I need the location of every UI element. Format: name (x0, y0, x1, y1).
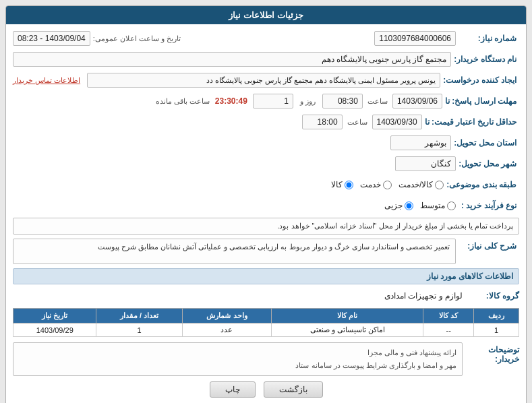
ijad-konande-value: یونس پرویر مسئول ایمنی پالایشگاه دهم مجت… (87, 73, 440, 88)
back-button[interactable]: بازگشت (264, 381, 323, 398)
col-tarikh: تاریخ نیاز (13, 309, 96, 323)
groupe-kala-label: گروه کالا: (465, 291, 519, 301)
items-table: ردیف کد کالا نام کالا واحد شمارش تعداد /… (13, 308, 519, 337)
kalahaSection-header: اطلاعات کالاهای مورد نیاز (13, 268, 519, 284)
radio-khedmat-input[interactable] (383, 181, 392, 189)
col-radif: ردیف (473, 309, 519, 323)
saat-mande-label: ساعت باقی مانده (156, 97, 210, 106)
table-row: 1 -- اماکن تاسیساتی و صنعتی عدد 1 1403/0… (13, 323, 519, 337)
radio-khedmat[interactable]: خدمت (360, 180, 392, 189)
shahr-label: شهر محل تحویل: (459, 159, 519, 168)
haddakasar-label: حداقل تاریخ اعتبار قیمت: تا (425, 117, 519, 127)
radio-kala-khedmat[interactable]: کالا/خدمت (398, 180, 444, 189)
shomare-niaz-label: شماره نیاز: (459, 34, 519, 43)
buyer-notes-label: توضیحات خریدار: (465, 342, 519, 364)
ettela-tamas-link[interactable]: اطلاعات تماس خریدار (13, 76, 80, 85)
haddakasar-saat-label: ساعت (347, 118, 367, 127)
mohlat-ersal-label: مهلت ارسال پاسخ: تا (445, 96, 519, 106)
haddakasar-date: 1403/09/30 (372, 115, 422, 129)
radio-khedmat-label: خدمت (360, 180, 381, 189)
radio-kala-label: کالا (331, 180, 343, 189)
sharh-kolli-label: شرح کلی نیاز: (459, 239, 519, 251)
mohlat-ersal-time: 08:30 (322, 94, 363, 108)
roz-label: روز و (300, 97, 316, 106)
cell-nam-kala: اماکن تاسیساتی و صنعتی (272, 323, 423, 337)
radio-kala-input[interactable] (345, 181, 353, 189)
buyer-note-line-1: ارائه پیشنهاد فنی و مالی مجزا (19, 346, 456, 359)
tabaghe-label: طبقه بندی موضوعی: (446, 180, 519, 189)
sharh-kolli-value: تعمیر تخصصی و استاندارد سازی خرگ و دیوار… (13, 239, 456, 264)
radio-motavaset[interactable]: متوسط (420, 201, 456, 210)
radio-jozii-label: جزیی (384, 201, 403, 210)
radio-kala-khedmat-label: کالا/خدمت (398, 180, 433, 189)
buyer-note-line-2: مهر و امضا و بارگذاری شرایط پیوست در سام… (19, 359, 456, 372)
nam-dastgah-label: نام دستگاه خریدار: (454, 55, 519, 64)
cell-tedad: 1 (96, 323, 182, 337)
noe-farayand-label: نوع فرآیند خرید : (459, 201, 519, 210)
tarikh-label: تاریخ و ساعت اعلان عمومی: (93, 34, 181, 43)
tabaghe-radio-group: کالا/خدمت خدمت کالا (331, 180, 444, 189)
mohlat-ersal-date: 1403/09/06 (392, 94, 442, 108)
col-vahed: واحد شمارش (182, 309, 272, 323)
cell-tarikh: 1403/09/29 (13, 323, 96, 337)
radio-kala-khedmat-input[interactable] (435, 181, 444, 189)
saat-label: ساعت (367, 97, 388, 106)
radio-kala[interactable]: کالا (331, 180, 353, 189)
notice-box: پرداخت تمام یا بخشی از مبلغ خریدار از مح… (13, 218, 519, 235)
col-nam-kala: نام کالا (272, 309, 423, 323)
radio-jozii[interactable]: جزیی (384, 201, 413, 210)
ijad-konande-label: ایجاد کننده درخواست: (443, 75, 519, 85)
footer-buttons: بازگشت چاپ (13, 381, 519, 400)
shahr-value: کنگان (395, 156, 456, 171)
radio-motavaset-input[interactable] (447, 202, 456, 210)
tarikh-value: 1403/09/04 - 08:23 (13, 31, 90, 46)
buyer-notes-value: ارائه پیشنهاد فنی و مالی مجزا مهر و امضا… (13, 342, 463, 376)
haddakasar-time: 18:00 (302, 115, 343, 129)
cell-radif: 1 (473, 323, 519, 337)
col-tedad: تعداد / مقدار (96, 309, 182, 323)
noe-farayand-radio-group: متوسط جزیی (384, 201, 456, 210)
print-button[interactable]: چاپ (210, 381, 256, 398)
ostan-value: بوشهر (390, 135, 451, 150)
shomare-niaz-value: 1103097684000606 (374, 31, 456, 46)
col-kod-kala: کد کالا (423, 309, 473, 323)
ostan-label: استان محل تحویل: (454, 138, 519, 148)
nam-dastgah-value: مجتمع گاز پارس جنوبی پالایشگاه دهم (13, 52, 451, 67)
radio-jozii-input[interactable] (405, 202, 413, 210)
mohlat-countdown: 23:30:49 (215, 96, 247, 106)
cell-vahed: عدد (182, 323, 272, 337)
mohlat-ersal-roz: 1 (253, 94, 293, 108)
panel-title: جزئیات اطلاعات نیاز (6, 6, 526, 24)
cell-kod-kala: -- (423, 323, 473, 337)
radio-motavaset-label: متوسط (420, 201, 445, 210)
groupe-kala-value: لوازم و تجهیزات امدادی (384, 291, 463, 301)
